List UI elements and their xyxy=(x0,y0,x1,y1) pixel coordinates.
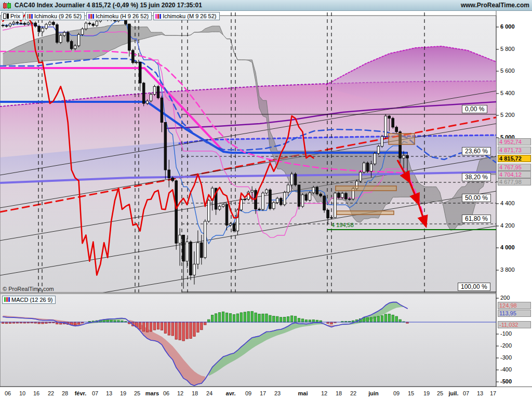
macd-histogram-bar xyxy=(197,322,199,332)
macd-histogram-bar xyxy=(330,322,332,324)
macd-histogram-bar xyxy=(370,317,372,322)
macd-histogram-bar xyxy=(164,322,166,334)
price-axis-tick: 6 000 xyxy=(500,23,515,30)
macd-legend-row: MACD (12 26 9) xyxy=(2,295,56,304)
macd-histogram-bar xyxy=(110,320,112,322)
macd-histogram-bar xyxy=(77,322,79,324)
macd-histogram-bar xyxy=(363,317,365,322)
legend-chip-label: MACD (12 26 9) xyxy=(11,297,52,303)
macd-histogram-bar xyxy=(107,320,109,322)
legend-chip-label: Ichimoku (H 9 26 52) xyxy=(96,13,149,19)
macd-histogram-bar xyxy=(244,312,246,322)
macd-histogram-bar xyxy=(388,314,390,322)
fib-label-3820: 38,20 % xyxy=(462,173,491,181)
macd-colors-icon xyxy=(4,297,10,302)
macd-histogram-bar xyxy=(258,314,260,322)
macd-histogram-bar xyxy=(366,317,368,322)
macd-histogram-bar xyxy=(377,316,379,322)
macd-axis-tick: -300 xyxy=(500,354,512,361)
fib-label-000: 0,00 % xyxy=(462,105,487,113)
date-axis-label: juin xyxy=(365,390,382,396)
chart-canvas[interactable] xyxy=(0,0,532,399)
ichimoku-colors-icon xyxy=(155,14,161,19)
fib-label-10000: 100,00 % xyxy=(458,283,490,291)
macd-histogram-bar xyxy=(153,322,155,330)
price-level-chip: 4 677,98 xyxy=(498,178,531,185)
price-axis-tick: 5 400 xyxy=(500,90,515,96)
macd-histogram-bar xyxy=(265,314,268,322)
date-axis-label: avr. xyxy=(222,390,240,396)
price-level-chip: 4 871,73 xyxy=(498,147,531,154)
macd-axis-tick: -200 xyxy=(500,342,512,349)
macd-histogram-bar xyxy=(399,320,401,322)
macd-histogram-bar xyxy=(225,313,228,322)
macd-histogram-bar xyxy=(298,318,300,322)
macd-histogram-bar xyxy=(103,320,105,322)
fib-label-2360: 23,60 % xyxy=(462,147,491,155)
macd-histogram-bar xyxy=(312,320,314,322)
macd-histogram-bar xyxy=(233,314,235,322)
macd-histogram-bar xyxy=(305,320,307,322)
macd-histogram-bar xyxy=(395,316,397,322)
macd-histogram-bar xyxy=(392,315,394,322)
date-axis-label: 22 xyxy=(344,390,362,396)
fib-label-5000: 50,00 % xyxy=(462,194,491,202)
macd-histogram-bar xyxy=(222,312,224,322)
macd-histogram-bar xyxy=(301,319,303,322)
price-axis-tick: 4 000 xyxy=(500,244,515,250)
macd-histogram-bar xyxy=(179,322,181,340)
legend-chip-macd[interactable]: MACD (12 26 9) xyxy=(2,296,56,304)
macd-plot-bg xyxy=(0,294,496,387)
legend-chip-label: Ichimoku (9 26 52) xyxy=(34,13,82,19)
date-axis-label: 24 xyxy=(201,390,218,396)
price-candles-icon xyxy=(3,14,9,19)
macd-axis-tick: -500 xyxy=(500,378,512,384)
price-axis-tick: 4 200 xyxy=(500,222,515,229)
macd-value-chip: -11,032 xyxy=(498,321,531,328)
date-axis-label: mai xyxy=(294,390,312,396)
current-price-chip: 4 815,72 xyxy=(498,155,531,162)
macd-histogram-bar xyxy=(204,322,206,325)
macd-histogram-bar xyxy=(316,320,318,322)
fib-label-6180: 61,80 % xyxy=(462,215,491,223)
macd-axis-tick: -400 xyxy=(500,366,512,373)
price-axis-tick: 5 600 xyxy=(500,68,515,74)
legend-chip-label: Prix xyxy=(10,13,20,19)
legend-chip-price[interactable]: Prix xyxy=(1,12,23,20)
macd-histogram-bar xyxy=(157,322,159,329)
macd-histogram-bar xyxy=(269,315,271,322)
macd-histogram-bar xyxy=(161,322,163,330)
chart-svg[interactable] xyxy=(0,0,532,399)
price-axis-tick: 3 800 xyxy=(500,267,515,273)
ichimoku-colors-icon xyxy=(88,14,94,19)
macd-histogram-bar xyxy=(74,322,76,325)
macd-histogram-bar xyxy=(384,314,387,322)
prorealtime-chart-window: { "title_bar": { "title": "CAC40 Index J… xyxy=(0,0,532,399)
date-axis-label: 17 xyxy=(484,390,502,396)
macd-value-chip: 113,95 xyxy=(498,310,531,317)
macd-histogram-bar xyxy=(186,322,188,339)
macd-histogram-bar xyxy=(262,314,264,322)
legend-chip-ichimoku-3[interactable]: Ichimoku (M 9 26 52) xyxy=(153,12,219,20)
macd-histogram-bar xyxy=(208,320,210,322)
date-axis-label: 23 xyxy=(269,390,286,396)
macd-histogram-bar xyxy=(150,322,152,331)
macd-histogram-bar xyxy=(287,317,289,322)
indicator-legend-row: PrixIchimoku (9 26 52)Ichimoku (H 9 26 5… xyxy=(1,12,220,20)
macd-axis-tick: -100 xyxy=(500,330,512,337)
date-axis-label: 28 xyxy=(56,390,74,396)
price-axis-tick: 4 400 xyxy=(500,200,515,206)
macd-histogram-bar xyxy=(276,316,278,322)
macd-histogram-bar xyxy=(381,316,383,322)
ichimoku-colors-icon xyxy=(27,14,33,19)
macd-histogram-bar xyxy=(142,322,144,331)
macd-histogram-bar xyxy=(280,317,282,322)
macd-axis-tick: 200 xyxy=(500,295,510,301)
macd-histogram-bar xyxy=(236,314,238,322)
legend-chip-ichimoku-1[interactable]: Ichimoku (9 26 52) xyxy=(25,12,85,20)
green-level-label: 4 194,58 xyxy=(331,222,354,228)
copyright-label: © ProRealTime.com xyxy=(3,286,54,292)
macd-histogram-bar xyxy=(193,322,195,336)
legend-chip-ichimoku-2[interactable]: Ichimoku (H 9 26 52) xyxy=(86,12,152,20)
macd-histogram-bar xyxy=(273,316,275,322)
